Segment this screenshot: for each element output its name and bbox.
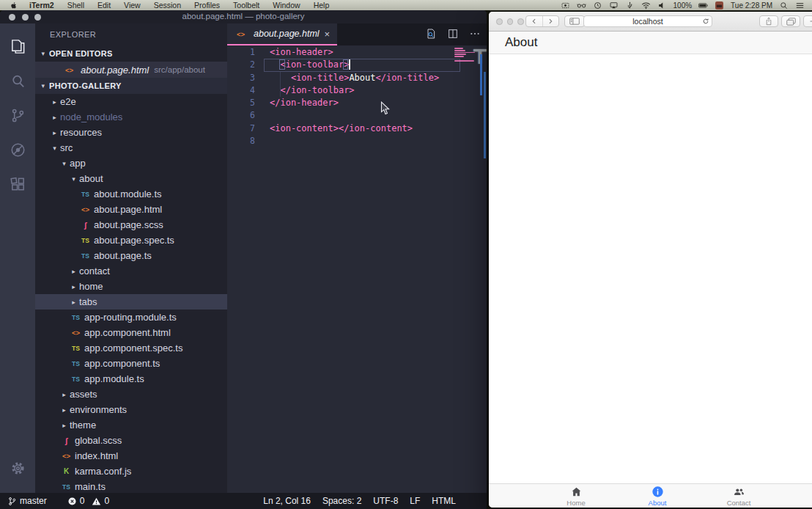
search-icon[interactable] (0, 64, 35, 98)
cursor-position[interactable]: Ln 2, Col 16 (263, 496, 311, 506)
menu-iterm2[interactable]: iTerm2 (23, 0, 61, 10)
menu-window[interactable]: Window (266, 0, 306, 10)
minimize-window-button[interactable] (507, 18, 514, 25)
folder-theme[interactable]: ▸theme (35, 417, 227, 433)
code-line-6[interactable]: 6 (227, 109, 487, 122)
app-badge-icon[interactable] (715, 1, 724, 10)
folder-node_modules[interactable]: ▸node_modules (35, 109, 227, 125)
forward-icon[interactable] (542, 16, 559, 26)
tree-item-label: node_modules (60, 111, 122, 122)
text-cursor (349, 59, 350, 70)
file-about.page.html[interactable]: <>about.page.html (35, 202, 227, 217)
more-actions-icon[interactable] (469, 28, 481, 40)
code-editor[interactable]: 1<ion-header>2 <ion-toolbar>3 <ion-title… (227, 45, 487, 493)
files-icon[interactable] (0, 29, 35, 64)
file-about.module.ts[interactable]: TSabout.module.ts (35, 186, 227, 202)
code-line-2[interactable]: 2 <ion-toolbar> (227, 59, 487, 71)
code-line-8[interactable]: 8 (227, 135, 487, 147)
eol-setting[interactable]: LF (410, 496, 420, 506)
tree-item-label: about.module.ts (94, 188, 162, 199)
usb-icon[interactable] (625, 1, 635, 10)
ion-tab-bar: HomeAboutContact (489, 483, 812, 508)
error-icon (67, 497, 77, 506)
menu-help[interactable]: Help (307, 0, 336, 10)
vscode-window: about.page.html — photo-gallery EXPLORER… (0, 10, 487, 509)
folder-environments[interactable]: ▸environments (35, 402, 227, 417)
code-line-4[interactable]: 4 </ion-toolbar> (227, 84, 487, 97)
spotlight-icon[interactable] (779, 1, 789, 10)
menu-toolbelt[interactable]: Toolbelt (226, 0, 266, 10)
file-app-routing.module.ts[interactable]: TSapp-routing.module.ts (35, 310, 227, 325)
settings-gear-icon[interactable] (0, 451, 35, 486)
zoom-window-button[interactable] (517, 18, 524, 25)
file-app.component.ts[interactable]: TSapp.component.ts (35, 356, 227, 371)
line-number: 1 (227, 46, 255, 59)
apple-icon[interactable] (4, 1, 23, 10)
ts-file-icon: TS (70, 360, 82, 367)
menu-shell[interactable]: Shell (61, 0, 91, 10)
tab-about[interactable]: About (617, 484, 698, 508)
folder-about[interactable]: ▾about (35, 171, 227, 186)
file-main.ts[interactable]: TSmain.ts (35, 479, 227, 493)
open-preview-icon[interactable] (425, 28, 437, 40)
file-about.page.scss[interactable]: ʃabout.page.scss (35, 217, 227, 232)
close-window-button[interactable] (496, 18, 503, 25)
folder-resources[interactable]: ▸resources (35, 125, 227, 140)
reload-icon[interactable] (702, 18, 709, 25)
tab-overview-icon[interactable] (781, 15, 800, 27)
menu-profiles[interactable]: Profiles (188, 0, 226, 10)
problems-indicator[interactable]: 0 0 (67, 496, 109, 506)
folder-tabs[interactable]: ▸tabs (35, 294, 227, 310)
language-mode[interactable]: HTML (432, 496, 456, 506)
extensions-icon[interactable] (0, 167, 35, 202)
tab-home[interactable]: Home (536, 484, 617, 508)
code-line-5[interactable]: 5</ion-header> (227, 97, 487, 109)
folder-e2e[interactable]: ▸e2e (35, 94, 227, 109)
debug-icon[interactable] (0, 133, 35, 167)
source-control-icon[interactable] (0, 98, 35, 133)
indentation-setting[interactable]: Spaces: 2 (322, 496, 361, 506)
folder-app[interactable]: ▾app (35, 155, 227, 171)
glasses-icon[interactable] (577, 1, 586, 10)
wifi-icon[interactable] (641, 1, 651, 10)
folder-contact[interactable]: ▸contact (35, 263, 227, 279)
file-karma.conf.js[interactable]: Kkarma.conf.js (35, 464, 227, 479)
battery-icon[interactable] (698, 1, 708, 10)
file-about.page.spec.ts[interactable]: TSabout.page.spec.ts (35, 232, 227, 248)
git-branch-indicator[interactable]: master (7, 496, 47, 506)
file-app.component.html[interactable]: <>app.component.html (35, 325, 227, 340)
code-line-3[interactable]: 3 <ion-title>About</ion-title> (227, 72, 487, 84)
code-line-1[interactable]: 1<ion-header> (227, 46, 487, 59)
tab-contact[interactable]: Contact (698, 484, 780, 508)
tab-about.page.html[interactable]: <> about.page.html × (227, 23, 337, 45)
file-index.html[interactable]: <>index.html (35, 448, 227, 464)
volume-icon[interactable] (657, 1, 667, 10)
screen-record-icon[interactable] (561, 1, 570, 10)
share-icon[interactable] (759, 15, 778, 27)
new-tab-icon[interactable] (803, 15, 812, 27)
folder-assets[interactable]: ▸assets (35, 387, 227, 402)
code-line-7[interactable]: 7<ion-content></ion-content> (227, 122, 487, 135)
file-app.module.ts[interactable]: TSapp.module.ts (35, 371, 227, 387)
encoding-setting[interactable]: UTF-8 (373, 496, 398, 506)
menu-edit[interactable]: Edit (91, 0, 117, 10)
open-editor-item[interactable]: <> about.page.html src/app/about (35, 62, 227, 78)
notification-center-icon[interactable] (795, 1, 805, 10)
file-global.scss[interactable]: ʃglobal.scss (35, 433, 227, 448)
folder-src[interactable]: ▾src (35, 140, 227, 155)
back-icon[interactable] (526, 16, 542, 26)
airplay-icon[interactable] (609, 1, 619, 10)
address-bar[interactable]: localhost (583, 15, 712, 27)
menu-view[interactable]: View (117, 0, 147, 10)
clock-icon[interactable] (593, 1, 602, 10)
folder-home[interactable]: ▸home (35, 279, 227, 294)
open-editors-section-header[interactable]: ▾ OPEN EDITORS (35, 45, 227, 62)
sidebar-toggle-icon[interactable] (564, 15, 585, 27)
menu-bar-clock[interactable]: Tue 2:28 PM (731, 1, 772, 10)
project-section-header[interactable]: ▾ PHOTO-GALLERY (35, 78, 227, 94)
split-editor-icon[interactable] (447, 28, 459, 40)
file-app.component.spec.ts[interactable]: TSapp.component.spec.ts (35, 340, 227, 356)
close-tab-icon[interactable]: × (324, 29, 330, 39)
menu-session[interactable]: Session (147, 0, 188, 10)
file-about.page.ts[interactable]: TSabout.page.ts (35, 248, 227, 263)
